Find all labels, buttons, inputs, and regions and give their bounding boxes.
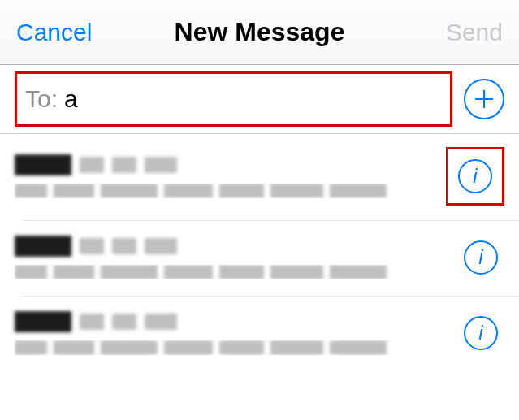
info-icon: i bbox=[473, 165, 477, 188]
contact-name bbox=[15, 311, 449, 332]
page-title: New Message bbox=[175, 17, 345, 47]
info-icon: i bbox=[478, 322, 482, 344]
contact-detail bbox=[15, 265, 449, 279]
info-button-highlight: i bbox=[446, 147, 504, 206]
contact-result-row[interactable]: i bbox=[0, 134, 519, 220]
info-button[interactable]: i bbox=[464, 240, 498, 275]
contact-detail bbox=[15, 184, 438, 198]
to-row: To: bbox=[0, 65, 519, 134]
to-label: To: bbox=[25, 85, 58, 113]
contact-results: i i bbox=[0, 134, 519, 371]
cancel-button[interactable]: Cancel bbox=[16, 19, 92, 46]
contact-detail bbox=[15, 340, 449, 355]
navbar: Cancel New Message Send bbox=[0, 0, 519, 65]
contact-result-row[interactable]: i bbox=[0, 297, 519, 371]
contact-result-content bbox=[15, 236, 449, 279]
info-button[interactable]: i bbox=[464, 316, 498, 350]
plus-icon bbox=[474, 89, 495, 110]
to-input[interactable] bbox=[64, 85, 442, 113]
info-button[interactable]: i bbox=[458, 159, 492, 193]
add-contact-button[interactable] bbox=[464, 79, 504, 119]
info-button-wrap: i bbox=[457, 310, 504, 357]
contact-name bbox=[15, 154, 438, 175]
info-button-wrap: i bbox=[457, 234, 504, 281]
to-field-highlight: To: bbox=[15, 71, 452, 127]
info-icon: i bbox=[478, 246, 482, 269]
contact-result-content bbox=[15, 154, 438, 198]
contact-result-row[interactable]: i bbox=[0, 221, 519, 296]
send-button: Send bbox=[446, 19, 503, 46]
contact-result-content bbox=[15, 311, 449, 355]
contact-name bbox=[15, 236, 449, 257]
